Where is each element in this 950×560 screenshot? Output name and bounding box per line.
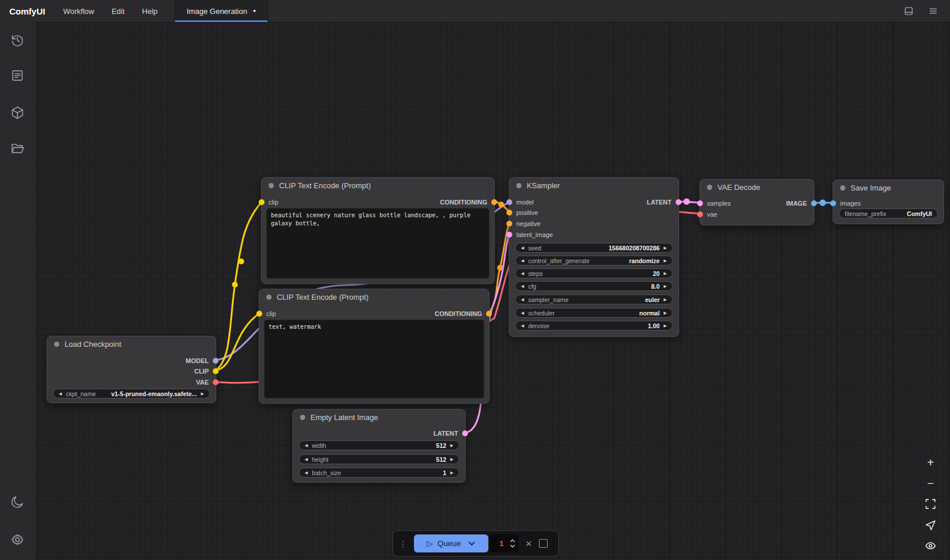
node-titlebar[interactable]: CLIP Text Encode (Prompt) bbox=[262, 178, 494, 193]
output-slot-model[interactable]: MODEL bbox=[185, 356, 209, 365]
increment-arrow-icon[interactable]: ▶ bbox=[451, 468, 453, 477]
tab-image-generation[interactable]: Image Generation ● bbox=[174, 0, 268, 22]
port-latent[interactable] bbox=[697, 200, 703, 206]
node-save-image[interactable]: Save Image images filename_prefix ComfyU… bbox=[833, 180, 944, 224]
input-slot-positive[interactable]: positive bbox=[516, 208, 538, 217]
node-titlebar[interactable]: KSampler bbox=[509, 178, 678, 193]
spinner-down-icon[interactable] bbox=[510, 544, 515, 548]
node-titlebar[interactable]: VAE Decode bbox=[700, 180, 814, 195]
stop-icon[interactable] bbox=[539, 539, 548, 548]
decrement-arrow-icon[interactable]: ◀ bbox=[305, 455, 308, 464]
clear-queue-icon[interactable]: × bbox=[526, 539, 532, 549]
port-model[interactable] bbox=[506, 199, 512, 205]
output-slot-latent[interactable]: LATENT bbox=[433, 429, 458, 438]
decrement-arrow-icon[interactable]: ◀ bbox=[305, 468, 308, 477]
batch-count-spinner[interactable]: 1 bbox=[490, 534, 519, 552]
decrement-arrow-icon[interactable]: ◀ bbox=[521, 282, 524, 290]
widget-sampler-name[interactable]: ◀ sampler_name euler ▶ bbox=[515, 295, 673, 304]
batch-count-value[interactable]: 1 bbox=[493, 539, 510, 548]
theme-toggle-moon-icon[interactable] bbox=[10, 494, 26, 511]
node-titlebar[interactable]: Empty Latent Image bbox=[293, 410, 465, 425]
workflows-folder-icon[interactable] bbox=[10, 141, 26, 157]
node-titlebar[interactable]: CLIP Text Encode (Prompt) bbox=[259, 289, 489, 304]
node-titlebar[interactable]: Save Image bbox=[833, 180, 944, 195]
output-slot-image[interactable]: IMAGE bbox=[786, 199, 807, 208]
port-clip[interactable] bbox=[213, 368, 219, 374]
port-conditioning[interactable] bbox=[486, 311, 492, 317]
model-library-icon[interactable] bbox=[10, 105, 26, 121]
node-empty-latent-image[interactable]: Empty Latent Image LATENT ◀ width 512 ▶ … bbox=[292, 409, 466, 483]
widget-denoise[interactable]: ◀ denoise 1.00 ▶ bbox=[515, 321, 673, 331]
hamburger-menu-icon[interactable] bbox=[928, 6, 938, 16]
select-mode-icon[interactable] bbox=[924, 519, 937, 531]
port-clip[interactable] bbox=[259, 199, 265, 205]
decrement-arrow-icon[interactable]: ◀ bbox=[59, 389, 62, 398]
port-conditioning[interactable] bbox=[506, 210, 512, 216]
increment-arrow-icon[interactable]: ▶ bbox=[664, 243, 667, 252]
node-clip-text-encode-negative[interactable]: CLIP Text Encode (Prompt) clip CONDITION… bbox=[259, 289, 490, 404]
increment-arrow-icon[interactable]: ▶ bbox=[451, 441, 453, 450]
port-conditioning[interactable] bbox=[491, 199, 497, 205]
queue-button[interactable]: ▷ Queue bbox=[414, 534, 488, 552]
input-slot-images[interactable]: images bbox=[840, 199, 860, 208]
node-titlebar[interactable]: Load Checkpoint bbox=[47, 336, 216, 351]
widget-steps[interactable]: ◀ steps 20 ▶ bbox=[515, 268, 673, 278]
menu-help[interactable]: Help bbox=[133, 7, 166, 16]
widget-width[interactable]: ◀ width 512 ▶ bbox=[299, 440, 459, 450]
input-slot-negative[interactable]: negative bbox=[516, 219, 541, 228]
widget-filename-prefix[interactable]: filename_prefix ComfyUI bbox=[839, 209, 938, 218]
widget-cfg[interactable]: ◀ cfg 8.0 ▶ bbox=[515, 281, 673, 291]
prompt-textarea[interactable]: beautiful scenery nature glass bottle la… bbox=[266, 208, 490, 279]
queue-options-chevron-icon[interactable] bbox=[468, 540, 476, 547]
spinner-up-icon[interactable] bbox=[510, 539, 515, 543]
node-ksampler[interactable]: KSampler model positive negative latent_… bbox=[509, 177, 679, 337]
increment-arrow-icon[interactable]: ▶ bbox=[664, 269, 667, 278]
increment-arrow-icon[interactable]: ▶ bbox=[664, 321, 667, 330]
zoom-out-icon[interactable]: − bbox=[924, 477, 937, 489]
output-slot-conditioning[interactable]: CONDITIONING bbox=[440, 198, 487, 207]
port-latent[interactable] bbox=[676, 199, 681, 205]
toggle-links-visibility-eye-icon[interactable] bbox=[924, 540, 937, 552]
decrement-arrow-icon[interactable]: ◀ bbox=[521, 321, 524, 330]
menu-workflow[interactable]: Workflow bbox=[55, 7, 103, 16]
increment-arrow-icon[interactable]: ▶ bbox=[664, 308, 667, 317]
increment-arrow-icon[interactable]: ▶ bbox=[201, 389, 204, 398]
port-image[interactable] bbox=[830, 200, 836, 206]
port-latent[interactable] bbox=[506, 232, 512, 238]
node-load-checkpoint[interactable]: Load Checkpoint MODEL CLIP VAE ◀ ckpt_na… bbox=[47, 336, 216, 403]
input-slot-latent-image[interactable]: latent_image bbox=[516, 230, 553, 239]
input-slot-clip[interactable]: clip bbox=[266, 309, 276, 318]
settings-gear-icon[interactable] bbox=[10, 532, 26, 548]
prompt-textarea[interactable]: text, watermark bbox=[264, 320, 484, 399]
input-slot-clip[interactable]: clip bbox=[269, 198, 278, 207]
increment-arrow-icon[interactable]: ▶ bbox=[664, 295, 667, 304]
port-image[interactable] bbox=[811, 200, 817, 206]
decrement-arrow-icon[interactable]: ◀ bbox=[521, 256, 524, 265]
bottom-panel-toggle-icon[interactable] bbox=[903, 6, 914, 16]
node-library-icon[interactable] bbox=[10, 68, 26, 84]
fit-view-icon[interactable] bbox=[924, 498, 937, 510]
input-slot-samples[interactable]: samples bbox=[707, 199, 731, 208]
node-vae-decode[interactable]: VAE Decode samples vae IMAGE bbox=[699, 179, 815, 225]
widget-batch-size[interactable]: ◀ batch_size 1 ▶ bbox=[299, 468, 459, 478]
port-vae[interactable] bbox=[697, 211, 703, 217]
widget-seed[interactable]: ◀ seed 156680208700286 ▶ bbox=[515, 243, 673, 253]
widget-height[interactable]: ◀ height 512 ▶ bbox=[299, 454, 459, 464]
input-slot-vae[interactable]: vae bbox=[707, 210, 717, 219]
output-slot-latent[interactable]: LATENT bbox=[647, 198, 672, 207]
input-slot-model[interactable]: model bbox=[516, 198, 534, 207]
node-clip-text-encode-positive[interactable]: CLIP Text Encode (Prompt) clip CONDITION… bbox=[261, 177, 495, 284]
output-slot-conditioning[interactable]: CONDITIONING bbox=[435, 309, 482, 318]
widget-control-after-generate[interactable]: ◀ control_after_generate randomize ▶ bbox=[515, 256, 673, 265]
port-model[interactable] bbox=[213, 358, 219, 364]
decrement-arrow-icon[interactable]: ◀ bbox=[521, 295, 524, 304]
widget-scheduler[interactable]: ◀ scheduler normal ▶ bbox=[515, 308, 673, 318]
menu-edit[interactable]: Edit bbox=[103, 7, 133, 16]
port-latent[interactable] bbox=[462, 430, 468, 436]
workflow-history-icon[interactable] bbox=[10, 33, 26, 49]
increment-arrow-icon[interactable]: ▶ bbox=[664, 256, 667, 265]
decrement-arrow-icon[interactable]: ◀ bbox=[305, 441, 308, 450]
port-vae[interactable] bbox=[213, 379, 219, 385]
zoom-in-icon[interactable]: + bbox=[924, 456, 937, 468]
widget-ckpt-name[interactable]: ◀ ckpt_name v1-5-pruned-emaonly.safete..… bbox=[53, 389, 210, 399]
